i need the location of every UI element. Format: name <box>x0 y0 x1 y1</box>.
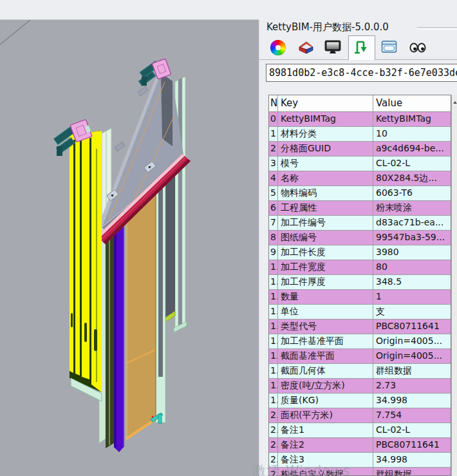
table-cell-key: 质量(KG) <box>278 394 373 408</box>
table-row[interactable]: 1.数量1 <box>269 290 451 305</box>
table-cell-val: 80X284.5边... <box>373 171 451 186</box>
table-cell-no: 8 <box>269 231 278 245</box>
table-cell-no: 1. <box>269 260 278 275</box>
table-cell-key: 单位 <box>278 305 373 319</box>
table-cell-key: 备注1 <box>278 423 373 438</box>
table-cell-no: 1. <box>269 290 278 305</box>
table-row[interactable]: 1.加工件厚度348.5 <box>269 275 451 290</box>
table-row[interactable]: 2.备注334.998 <box>269 453 451 468</box>
table-cell-no: 3 <box>269 157 278 171</box>
table-cell-no: 1. <box>269 275 278 290</box>
vertical-scrollbar[interactable] <box>451 95 457 476</box>
table-row[interactable]: 2.备注1CL-02-L <box>269 423 451 438</box>
table-cell-key: 数量 <box>278 290 373 305</box>
table-row[interactable]: 2分格面GUIDa9c4d694-be... <box>269 142 451 157</box>
table-row[interactable]: 2.构件自定义数据群组数据 <box>269 468 451 476</box>
table-row[interactable]: 7加工件编号d83ac71b-ea... <box>269 216 451 231</box>
header-cell-no[interactable]: No <box>269 95 278 112</box>
table-row[interactable]: 6工程属性粉末喷涂 <box>269 201 451 216</box>
material-pie-icon[interactable] <box>297 39 315 57</box>
table-cell-key: 备注2 <box>278 438 373 453</box>
app-window: { "window": { "title": "KettyBIM-用户数据-5.… <box>0 0 457 476</box>
table-cell-val: PBC80711641 <box>373 319 451 334</box>
table-cell-key: KettyBIMTag <box>278 112 373 127</box>
table-row[interactable]: 3模号CL-02-L <box>269 157 451 171</box>
table-cell-no: 1. <box>269 364 278 379</box>
table-row[interactable]: 1.加工件基准平面Origin=4005... <box>269 334 451 349</box>
table-cell-no: 2. <box>269 468 278 476</box>
table-cell-val: 粉末喷涂 <box>373 201 451 216</box>
table-cell-key: 分格面GUID <box>278 142 373 157</box>
table-cell-val: 348.5 <box>373 275 451 290</box>
table-row[interactable]: 1材料分类10 <box>269 127 451 142</box>
table-row[interactable]: 1.截面几何体群组数据 <box>269 364 451 379</box>
table-cell-val: d83ac71b-ea... <box>373 216 451 231</box>
table-row[interactable]: 4名称80X284.5边... <box>269 171 451 186</box>
table-cell-no: 2. <box>269 408 278 423</box>
table-cell-val: Origin=4005... <box>373 349 451 364</box>
table-cell-no: 1. <box>269 334 278 349</box>
table-cell-no: 2. <box>269 453 278 468</box>
table-cell-val: 2.73 <box>373 379 451 394</box>
table-cell-val: KettyBIMTag <box>373 112 451 127</box>
table-cell-val: 7.754 <box>373 408 451 423</box>
table-cell-val: CL-02-L <box>373 423 451 438</box>
table-cell-no: 1. <box>269 305 278 319</box>
table-cell-val: 支 <box>373 305 451 319</box>
table-cell-key: 加工件基准平面 <box>278 334 373 349</box>
table-cell-no: 7 <box>269 216 278 231</box>
guid-input[interactable] <box>266 64 457 82</box>
table-cell-no: 4 <box>269 171 278 186</box>
monitor-icon[interactable] <box>324 39 342 57</box>
table-row[interactable]: 0KettyBIMTagKettyBIMTag <box>269 112 451 127</box>
table-header: No Key Value <box>269 95 451 112</box>
table-cell-no: 2. <box>269 423 278 438</box>
table-row[interactable]: 9加工件长度3980 <box>269 245 451 260</box>
table-cell-val: 80 <box>373 260 451 275</box>
table-row[interactable]: 1.密度(吨/立方米)2.73 <box>269 379 451 394</box>
import-pipe-icon[interactable] <box>353 39 371 57</box>
data-table[interactable]: No Key Value 0KettyBIMTagKettyBIMTag1材料分… <box>268 95 451 476</box>
table-cell-key: 备注3 <box>278 453 373 468</box>
table-cell-val: 群组数据 <box>373 468 451 476</box>
table-cell-val: 3980 <box>373 245 451 260</box>
table-row[interactable]: 2.面积(平方米)7.754 <box>269 408 451 423</box>
table-cell-no: 2. <box>269 438 278 453</box>
table-row[interactable]: 1.质量(KG)34.998 <box>269 394 451 408</box>
table-cell-key: 名称 <box>278 171 373 186</box>
table-cell-no: 2 <box>269 142 278 157</box>
table-row[interactable]: 1.单位支 <box>269 305 451 319</box>
table-row[interactable]: 2.备注2PBC80711641 <box>269 438 451 453</box>
table-row[interactable]: 5物料编码6063-T6 <box>269 186 451 201</box>
table-cell-key: 物料编码 <box>278 186 373 201</box>
table-row[interactable]: 1.类型代号PBC80711641 <box>269 319 451 334</box>
header-cell-key[interactable]: Key <box>278 95 373 112</box>
window-box-icon[interactable] <box>381 39 399 57</box>
table-cell-key: 构件自定义数据 <box>278 468 373 476</box>
table-cell-key: 模号 <box>278 157 373 171</box>
panel-title: KettyBIM-用户数据-5.0.0.0 <box>266 21 389 33</box>
model-right-inner-channel <box>156 153 165 423</box>
3d-viewport[interactable] <box>0 19 259 476</box>
eyes-icon[interactable] <box>409 39 427 57</box>
scrollbar-up-icon <box>453 101 457 104</box>
table-cell-val: 34.998 <box>373 394 451 408</box>
model-yellow-frame <box>70 131 102 401</box>
header-cell-value[interactable]: Value <box>373 95 451 112</box>
table-cell-val: Origin=4005... <box>373 334 451 349</box>
table-cell-key: 加工件长度 <box>278 245 373 260</box>
table-cell-key: 加工件厚度 <box>278 275 373 290</box>
table-cell-val: 10 <box>373 127 451 142</box>
color-wheel-icon[interactable] <box>270 39 288 57</box>
table-row[interactable]: 8图纸编号99547ba3-59... <box>269 231 451 245</box>
table-cell-key: 截面几何体 <box>278 364 373 379</box>
table-row[interactable]: 1.截面基准平面Origin=4005... <box>269 349 451 364</box>
table-cell-val: PBC80711641 <box>373 438 451 453</box>
table-cell-val: CL-02-L <box>373 157 451 171</box>
table-cell-no: 9 <box>269 245 278 260</box>
model-olive-strip <box>106 226 114 448</box>
table-cell-val: 1 <box>373 290 451 305</box>
table-cell-no: 0 <box>269 112 278 127</box>
table-row[interactable]: 1.加工件宽度80 <box>269 260 451 275</box>
table-cell-key: 工程属性 <box>278 201 373 216</box>
